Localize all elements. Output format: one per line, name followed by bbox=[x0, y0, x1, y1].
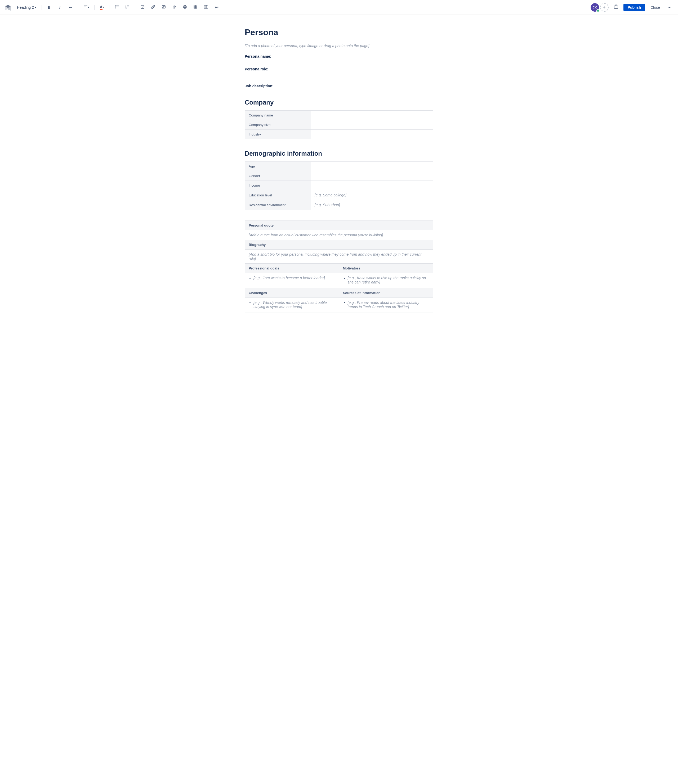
mention-icon: @ bbox=[172, 5, 176, 10]
biography-header: Biography bbox=[245, 240, 433, 250]
table-row: Gender bbox=[245, 171, 433, 181]
add-collaborator-button[interactable]: + bbox=[600, 3, 609, 12]
sources-content[interactable]: [e.g., Pranav reads about the latest ind… bbox=[339, 298, 433, 313]
motivators-header: Motivators bbox=[339, 264, 433, 273]
svg-rect-3 bbox=[84, 8, 87, 8]
company-name-value[interactable] bbox=[311, 110, 433, 120]
job-description-label: Job description: bbox=[245, 84, 433, 88]
close-button[interactable]: Close bbox=[647, 4, 663, 11]
professional-goals-content[interactable]: [e.g., Tom wants to become a better lead… bbox=[245, 273, 339, 288]
gender-value[interactable] bbox=[311, 171, 433, 181]
align-button[interactable]: ▾ bbox=[81, 3, 91, 12]
page-title: Persona bbox=[245, 28, 433, 37]
income-value[interactable] bbox=[311, 181, 433, 190]
more-options-icon: ··· bbox=[667, 5, 672, 10]
list-item: [e.g., Pranav reads about the latest ind… bbox=[348, 300, 430, 309]
personal-quote-content[interactable]: [Add a quote from an actual customer who… bbox=[245, 230, 433, 240]
table-row: [e.g., Wendy works remotely and has trou… bbox=[245, 298, 433, 313]
numbered-list-button[interactable]: 1.2.3. bbox=[123, 3, 132, 12]
list-item: [e.g., Tom wants to become a better lead… bbox=[254, 276, 335, 280]
personal-quote-text: [Add a quote from an actual customer who… bbox=[249, 233, 383, 237]
share-icon bbox=[614, 5, 619, 10]
mention-button[interactable]: @ bbox=[170, 3, 179, 12]
biography-text: [Add a short bio for your persona, inclu… bbox=[249, 252, 421, 261]
heading-style-selector[interactable]: Heading 2 ▾ bbox=[15, 4, 38, 11]
align-icon bbox=[83, 5, 88, 10]
insert-plus-button[interactable]: + ▾ bbox=[212, 3, 221, 12]
industry-label: Industry bbox=[245, 130, 311, 139]
link-icon bbox=[151, 5, 155, 10]
svg-rect-13 bbox=[127, 6, 129, 7]
image-icon bbox=[162, 5, 166, 10]
table-row: Industry bbox=[245, 130, 433, 139]
divider-3 bbox=[94, 5, 95, 10]
industry-value[interactable] bbox=[311, 130, 433, 139]
table-row: Education level [e.g. Some college] bbox=[245, 190, 433, 200]
table-row: Biography bbox=[245, 240, 433, 250]
education-value[interactable]: [e.g. Some college] bbox=[311, 190, 433, 200]
text-color-button[interactable]: A ▾ bbox=[98, 3, 106, 12]
challenges-content[interactable]: [e.g., Wendy works remotely and has trou… bbox=[245, 298, 339, 313]
more-options-button[interactable]: ··· bbox=[665, 3, 674, 12]
svg-rect-7 bbox=[116, 6, 118, 7]
more-format-button[interactable]: ··· bbox=[66, 3, 75, 12]
motivators-content[interactable]: [e.g., Katia wants to rise up the ranks … bbox=[339, 273, 433, 288]
table-row: Professional goals Motivators bbox=[245, 264, 433, 273]
toolbar: Heading 2 ▾ B I ··· ▾ A ▾ 1.2.3. bbox=[0, 0, 678, 15]
persona-name-label: Persona name: bbox=[245, 54, 433, 59]
svg-rect-29 bbox=[614, 6, 618, 8]
sources-item: [e.g., Pranav reads about the latest ind… bbox=[348, 300, 419, 309]
publish-button[interactable]: Publish bbox=[623, 4, 645, 11]
biography-content[interactable]: [Add a short bio for your persona, inclu… bbox=[245, 250, 433, 264]
divider-4 bbox=[109, 5, 109, 10]
svg-rect-5 bbox=[116, 6, 118, 6]
company-name-label: Company name bbox=[245, 110, 311, 120]
table-button[interactable] bbox=[191, 3, 200, 12]
persona-details-table: Personal quote [Add a quote from an actu… bbox=[245, 221, 433, 313]
bold-icon: B bbox=[48, 5, 51, 9]
persona-role-label: Persona role: bbox=[245, 67, 433, 71]
italic-button[interactable]: I bbox=[56, 3, 64, 12]
image-button[interactable] bbox=[159, 3, 168, 12]
age-value[interactable] bbox=[311, 162, 433, 171]
svg-rect-1 bbox=[84, 6, 87, 6]
insert-plus-icon: + bbox=[215, 5, 217, 10]
svg-point-8 bbox=[115, 8, 116, 8]
columns-icon bbox=[204, 5, 208, 10]
columns-button[interactable] bbox=[202, 3, 210, 12]
company-table: Company name Company size Industry bbox=[245, 110, 433, 139]
link-button[interactable] bbox=[149, 3, 157, 12]
svg-text:@: @ bbox=[173, 5, 176, 9]
bullet-list-icon bbox=[115, 5, 119, 10]
svg-text:3.: 3. bbox=[126, 7, 127, 9]
emoji-button[interactable] bbox=[181, 3, 189, 12]
table-row: [Add a quote from an actual customer who… bbox=[245, 230, 433, 240]
svg-rect-27 bbox=[204, 5, 206, 8]
company-size-label: Company size bbox=[245, 120, 311, 130]
page-content: Persona [To add a photo of your persona,… bbox=[238, 15, 440, 345]
table-row: Company name bbox=[245, 110, 433, 120]
professional-goals-item: [e.g., Tom wants to become a better lead… bbox=[254, 276, 325, 280]
gender-label: Gender bbox=[245, 171, 311, 181]
svg-point-22 bbox=[185, 6, 185, 7]
table-row: Residential environment [e.g. Suburban] bbox=[245, 200, 433, 210]
bold-button[interactable]: B bbox=[45, 3, 53, 12]
emoji-icon bbox=[183, 5, 187, 10]
company-size-value[interactable] bbox=[311, 120, 433, 130]
user-avatar[interactable]: CK bbox=[591, 3, 599, 12]
svg-point-18 bbox=[163, 6, 164, 7]
table-row: Challenges Sources of information bbox=[245, 288, 433, 298]
task-button[interactable] bbox=[138, 3, 147, 12]
table-row: [e.g., Tom wants to become a better lead… bbox=[245, 273, 433, 288]
svg-point-21 bbox=[184, 6, 185, 7]
challenges-item: [e.g., Wendy works remotely and has trou… bbox=[254, 300, 327, 309]
residential-value[interactable]: [e.g. Suburban] bbox=[311, 200, 433, 210]
heading-chevron-icon: ▾ bbox=[35, 6, 36, 9]
divider-1 bbox=[42, 5, 42, 10]
avatar-online-badge bbox=[597, 9, 600, 12]
bullet-list-button[interactable] bbox=[112, 3, 121, 12]
svg-rect-28 bbox=[206, 5, 208, 8]
collaborators-group: CK + bbox=[591, 3, 609, 12]
motivators-item: [e.g., Katia wants to rise up the ranks … bbox=[348, 276, 426, 284]
share-button[interactable] bbox=[612, 3, 620, 12]
